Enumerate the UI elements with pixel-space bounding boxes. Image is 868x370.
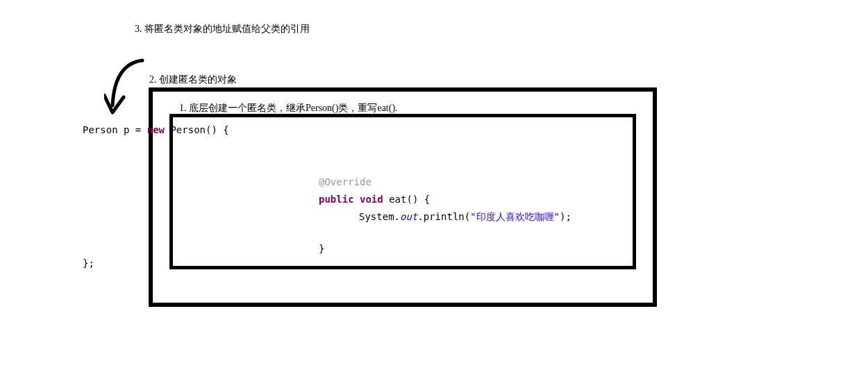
code-method-sig: public void eat() { <box>319 194 430 205</box>
code-declaration: Person p = new Person() { <box>83 124 229 135</box>
code-println: System.out.println("印度人喜欢吃咖喱"); <box>359 211 571 224</box>
keyword-new: new <box>147 124 165 135</box>
code-text: Person() { <box>165 124 229 135</box>
code-text: Person p = <box>83 124 147 135</box>
keyword-public: public <box>319 194 354 205</box>
code-text: System. <box>359 211 400 222</box>
code-close-brace: } <box>319 243 324 254</box>
code-text: .println( <box>417 211 470 222</box>
code-end-semicolon: }; <box>83 258 94 269</box>
keyword-void: void <box>360 194 383 205</box>
code-string: "印度人喜欢吃咖喱" <box>470 211 560 222</box>
annotation-step-1: 1. 底层创建一个匿名类，继承Person()类，重写eat(). <box>179 102 398 115</box>
inner-box <box>169 114 636 269</box>
annotation-step-3: 3. 将匿名类对象的地址赋值给父类的引用 <box>135 23 310 35</box>
annotation-step-2: 2. 创建匿名类的对象 <box>149 74 237 86</box>
code-field-out: out <box>400 211 417 222</box>
arrow-icon <box>104 57 153 126</box>
code-text: eat() { <box>383 194 430 205</box>
code-text: ); <box>560 211 571 222</box>
code-annotation: @Override <box>319 176 372 187</box>
